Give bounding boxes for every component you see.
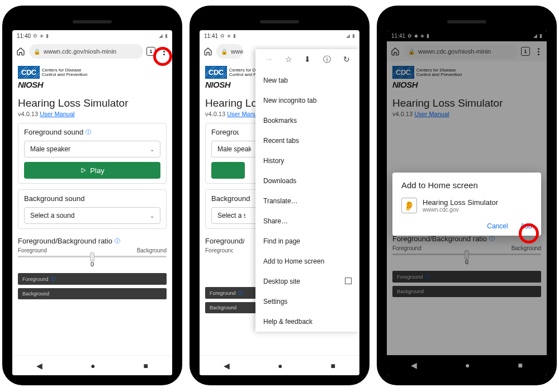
ratio-title: Foreground/Background ratio bbox=[205, 237, 244, 245]
phone-2: 11:41 ✿ ◈ ▮ ◢ ▮ 🔒 bbox=[190, 6, 369, 385]
back-icon[interactable]: ◀ bbox=[224, 361, 230, 370]
cdc-text: Centers for DiseaseControl and Preventio… bbox=[42, 68, 88, 77]
chevron-down-icon: ⌄ bbox=[150, 146, 154, 152]
url-field[interactable]: 🔒 wwwn bbox=[216, 44, 243, 59]
star-icon[interactable]: ☆ bbox=[285, 55, 292, 65]
recents-icon[interactable]: ■ bbox=[331, 361, 335, 370]
android-nav: ◀ ● ■ bbox=[12, 355, 172, 375]
menu-incognito[interactable]: New incognito tab bbox=[255, 90, 359, 111]
menu-find-in-page[interactable]: Find in page bbox=[255, 231, 359, 251]
sd-icon: ▮ bbox=[46, 33, 49, 39]
cdc-logo: CDC bbox=[18, 66, 40, 79]
dialog-title: Add to Home screen bbox=[401, 180, 532, 190]
play-button[interactable] bbox=[211, 162, 245, 179]
browser-toolbar: 🔒 wwwn.cdc.gov/niosh-minin 1 bbox=[12, 41, 172, 61]
play-button[interactable]: Play bbox=[24, 162, 160, 179]
menu-add-to-home[interactable]: Add to Home screen bbox=[255, 251, 359, 271]
url-field[interactable]: 🔒 wwwn.cdc.gov/niosh-minin bbox=[29, 44, 143, 59]
menu-history[interactable]: History bbox=[255, 151, 359, 171]
status-bar: 11:40 ✿ ◈ ▮ ◢ ▮ bbox=[12, 30, 172, 41]
forward-icon[interactable]: → bbox=[265, 55, 273, 65]
wifi-icon: ◈ bbox=[40, 33, 44, 39]
gear-icon: ✿ bbox=[220, 33, 225, 39]
lock-icon: 🔒 bbox=[34, 49, 40, 55]
menu-recent-tabs[interactable]: Recent tabs bbox=[255, 131, 359, 151]
dialog-app-name: Hearing Loss Simulator bbox=[423, 198, 498, 207]
signal-icon: ◢ bbox=[159, 33, 163, 39]
help-icon[interactable]: ⓘ bbox=[115, 237, 120, 245]
background-card: Background sound Select a sound ⌄ bbox=[18, 189, 167, 229]
svg-marker-0 bbox=[82, 168, 86, 173]
refresh-icon[interactable]: ↻ bbox=[343, 55, 350, 65]
menu-share[interactable]: Share… bbox=[255, 211, 359, 231]
add-to-home-dialog: Add to Home screen 👂 Hearing Loss Simula… bbox=[392, 173, 541, 236]
gear-icon: ✿ bbox=[33, 33, 37, 39]
menu-downloads[interactable]: Downloads bbox=[255, 171, 359, 191]
version-line: v4.0.13 User Manual bbox=[18, 111, 167, 117]
recents-icon[interactable]: ■ bbox=[144, 361, 148, 370]
android-nav: ◀ ● ■ bbox=[200, 355, 359, 375]
back-icon[interactable]: ◀ bbox=[36, 361, 42, 370]
home-icon[interactable] bbox=[16, 46, 26, 56]
menu-desktop-site[interactable]: Desktop site bbox=[255, 271, 359, 291]
menu-settings[interactable]: Settings bbox=[255, 291, 359, 312]
checkbox-icon[interactable] bbox=[345, 278, 352, 284]
sd-icon: ▮ bbox=[233, 33, 236, 39]
foreground-card: Foreground sound ⓘ Male speaker ⌄ Play bbox=[18, 123, 167, 184]
cancel-button[interactable]: Cancel bbox=[487, 222, 508, 230]
download-icon[interactable]: ⬇ bbox=[304, 55, 311, 65]
phone-3: 11:41 ✿ ◆ ◈ ▮ ◢ ▮ � bbox=[377, 6, 557, 385]
lock-icon: 🔒 bbox=[221, 49, 228, 55]
background-meter: Background bbox=[18, 288, 167, 299]
page-content: CDC Centers for DiseaseControl and Preve… bbox=[12, 61, 172, 355]
signal-icon: ◢ bbox=[346, 33, 350, 39]
menu-translate[interactable]: Translate… bbox=[255, 191, 359, 211]
status-time: 11:41 bbox=[204, 33, 218, 39]
home-nav-icon[interactable]: ● bbox=[91, 361, 95, 370]
help-icon[interactable]: ⓘ bbox=[86, 128, 91, 136]
status-time: 11:40 bbox=[17, 33, 31, 39]
menu-new-tab[interactable]: New tab bbox=[255, 70, 359, 90]
home-icon[interactable] bbox=[203, 46, 213, 56]
ratio-value: 0 bbox=[18, 261, 167, 267]
overflow-menu-button[interactable] bbox=[159, 48, 169, 55]
ratio-slider[interactable] bbox=[18, 256, 167, 257]
page-title: Hearing Loss Simulator bbox=[18, 97, 167, 109]
user-manual-link[interactable]: User Manual bbox=[40, 111, 74, 117]
tabs-button[interactable]: 1 bbox=[146, 47, 155, 56]
info-icon[interactable]: ⓘ bbox=[323, 55, 331, 65]
foreground-meter: Foregroundⓘ bbox=[18, 273, 167, 285]
url-text: wwwn.cdc.gov/niosh-minin bbox=[44, 48, 116, 55]
url-text: wwwn bbox=[231, 48, 243, 55]
add-button[interactable]: Add bbox=[520, 222, 532, 230]
home-nav-icon[interactable]: ● bbox=[278, 361, 282, 370]
ratio-title: Foreground/Background ratio ⓘ bbox=[18, 237, 167, 245]
chevron-down-icon: ⌄ bbox=[150, 213, 154, 219]
status-bar: 11:41 ✿ ◈ ▮ ◢ ▮ bbox=[200, 30, 359, 41]
battery-icon: ▮ bbox=[165, 33, 168, 39]
battery-icon: ▮ bbox=[352, 33, 355, 39]
niosh-logo: NIOSH bbox=[18, 80, 167, 89]
phone-1: 11:40 ✿ ◈ ▮ ◢ ▮ 🔒 bbox=[2, 6, 182, 385]
app-icon: 👂 bbox=[401, 198, 417, 213]
foreground-select[interactable]: Male speaker ⌄ bbox=[24, 141, 160, 157]
cdc-logo: CDC bbox=[205, 66, 227, 79]
background-select[interactable]: Select a sound ⌄ bbox=[24, 207, 160, 224]
dialog-host: wwwn.cdc.gov bbox=[423, 207, 498, 213]
menu-help[interactable]: Help & feedback bbox=[255, 312, 359, 332]
overflow-menu: → ☆ ⬇ ⓘ ↻ New tab New incognito tab Book… bbox=[255, 49, 359, 332]
wifi-icon: ◈ bbox=[227, 33, 231, 39]
slider-thumb[interactable] bbox=[90, 252, 94, 261]
menu-bookmarks[interactable]: Bookmarks bbox=[255, 111, 359, 131]
